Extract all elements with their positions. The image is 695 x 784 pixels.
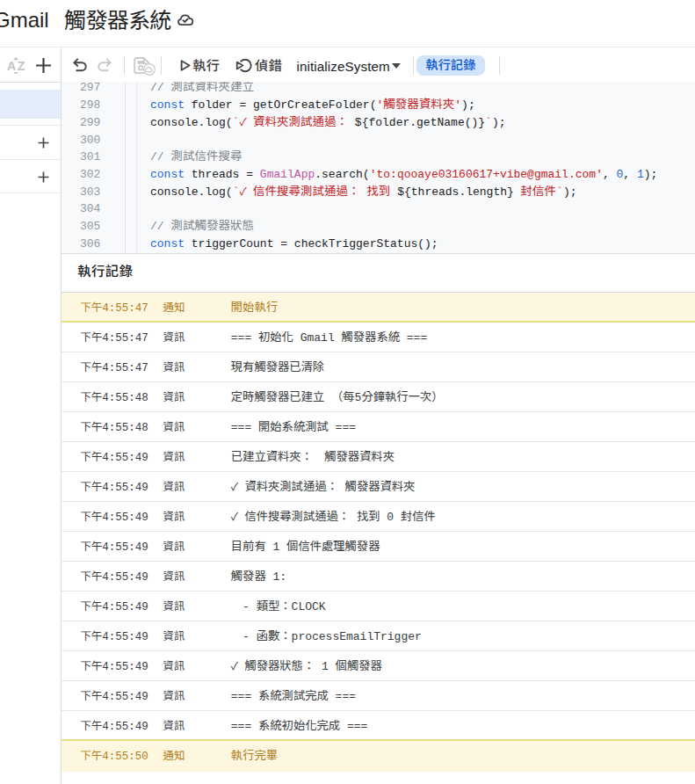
svg-text:Z: Z [18,59,25,73]
svg-text:A: A [7,59,16,73]
